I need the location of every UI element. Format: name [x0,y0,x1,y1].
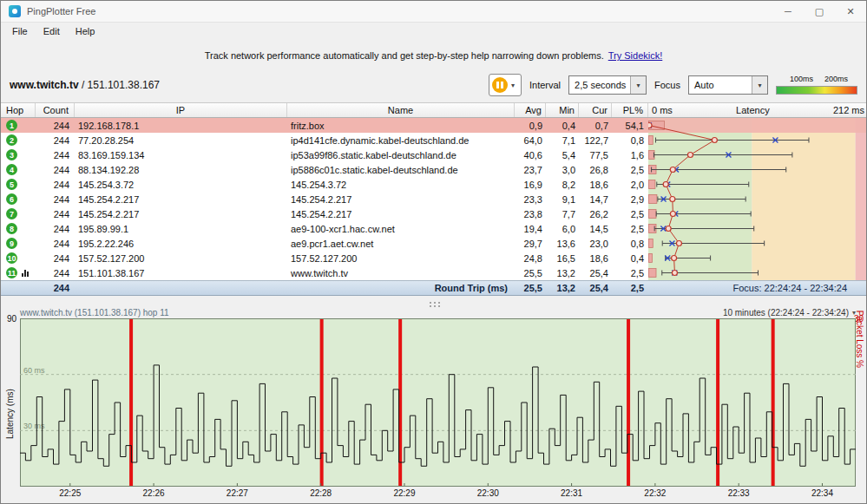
timeline-plot[interactable]: 30 ms60 ms [20,318,856,487]
menu-file[interactable]: File [4,24,36,38]
latency-max-label: 212 ms [833,105,864,115]
header-min[interactable]: Min [546,103,579,117]
cell-min: 6,0 [546,221,579,236]
cell-avg: 40,6 [515,147,546,162]
target-bar: www.twitch.tv / 151.101.38.167 ▾ Interva… [1,70,866,100]
cell-cur: 14,7 [579,192,612,206]
focus-label: Focus [654,80,680,90]
maximize-button[interactable]: ▢ [804,1,835,22]
minimize-button[interactable]: ─ [772,1,804,22]
header-name[interactable]: Name [287,103,515,117]
header-ip[interactable]: IP [75,103,287,117]
cell-ip: 88.134.192.28 [75,162,287,177]
rt-count: 244 [36,281,75,295]
cell-name: fritz.box [287,118,515,133]
cell-ip: 192.168.178.1 [75,118,287,133]
header-hop[interactable]: Hop [1,103,36,117]
close-button[interactable]: ✕ [835,1,866,22]
cell-cur: 18,6 [579,177,612,192]
cell-pl: 2,5 [612,162,648,177]
cell-name: 145.254.2.217 [287,192,515,206]
cell-count: 244 [36,118,75,133]
table-row[interactable]: 11244151.101.38.167www.twitch.tv25,513,2… [1,265,648,280]
table-row[interactable]: 424488.134.192.28ip5886c01c.static.kabel… [1,162,648,177]
title-bar: PingPlotter Free ─ ▢ ✕ [1,1,866,23]
try-sidekick-link[interactable]: Try Sidekick! [608,50,663,61]
header-latency: 0 ms Latency 212 ms [648,103,867,117]
hop-badge: 1 [6,120,17,131]
cell-avg: 24,8 [515,251,546,265]
cell-name: ip5886c01c.static.kabel-deutschland.de [287,162,515,177]
menu-bar: File Edit Help [1,22,866,41]
interval-select[interactable]: 2,5 seconds ▾ [568,75,647,95]
hop-badge: 6 [6,193,17,205]
table-row[interactable]: 1244192.168.178.1fritz.box0,90,40,754,1 [1,118,648,133]
rt-hop-cell [1,281,36,295]
cell-avg: 23,3 [515,192,546,206]
x-axis-label: 22:28 [305,488,337,498]
header-avg[interactable]: Avg [515,103,546,117]
hop-badge: 2 [6,134,17,146]
focus-select[interactable]: Auto ▾ [688,75,768,95]
chevron-down-icon[interactable]: ▾ [508,82,518,89]
x-axis-label: 22:27 [221,488,253,498]
cell-min: 9,1 [546,192,579,206]
pingplotter-window: PingPlotter Free ─ ▢ ✕ File Edit Help Tr… [0,0,867,504]
x-axis-label: 22:29 [389,488,420,498]
header-pl[interactable]: PL% [612,103,648,117]
rt-ip-cell [75,281,287,295]
cell-ip: 77.20.28.254 [75,133,287,147]
hop-badge: 7 [6,208,17,219]
cell-pl: 2,5 [612,265,648,280]
cell-hop: 4 [1,162,36,177]
table-row[interactable]: 224477.20.28.254ip4d141cfe.dynamic.kabel… [1,133,648,147]
window-title: PingPlotter Free [27,6,95,16]
focus-range-label[interactable]: Focus: 22:24:24 - 22:34:24 [648,283,867,293]
interval-value: 2,5 seconds [569,80,630,90]
rt-min: 13,2 [546,281,579,295]
graph-indicator-icon [22,270,29,277]
cell-cur: 23,0 [579,236,612,251]
focus-value: Auto [689,80,752,90]
cell-hop: 10 [1,251,36,265]
cell-name: ip4d141cfe.dynamic.kabel-deutschland.de [287,133,515,147]
cell-pl: 0,8 [612,236,648,251]
menu-help[interactable]: Help [68,24,103,38]
cell-ip: 145.254.2.217 [75,192,287,206]
cell-cur: 26,8 [579,162,612,177]
table-row[interactable]: 10244157.52.127.200157.52.127.20024,816,… [1,251,648,265]
cell-hop: 5 [1,177,36,192]
rt-pl: 2,5 [612,281,648,295]
table-row[interactable]: 5244145.254.3.72145.254.3.7216,98,218,62… [1,177,648,192]
cell-hop: 2 [1,133,36,147]
rt-cur: 25,4 [579,281,612,295]
table-row[interactable]: 324483.169.159.134ip53a99f86.static.kabe… [1,147,648,162]
cell-ip: 195.89.99.1 [75,221,287,236]
promo-banner: Track network performance automatically … [1,44,866,67]
header-cur[interactable]: Cur [579,103,612,117]
rt-avg: 25,5 [515,281,546,295]
cell-ip: 151.101.38.167 [75,265,287,280]
cell-cur: 77,5 [579,147,612,162]
table-row[interactable]: 6244145.254.2.217145.254.2.21723,39,114,… [1,192,648,206]
pause-resume-control[interactable]: ▾ [489,74,522,96]
cell-hop: 11 [1,265,36,280]
table-row[interactable]: 8244195.89.99.1ae9-100-xcr1.hac.cw.net19… [1,221,648,236]
cell-pl: 2,9 [612,192,648,206]
table-row[interactable]: 9244195.2.22.246ae9.pcr1.aet.cw.net29,71… [1,236,648,251]
timeline-svg: 30 ms60 ms [20,318,856,487]
timeline-target-label[interactable]: www.twitch.tv (151.101.38.167) hop 11 [20,308,169,317]
timeline-range-label: 10 minutes (22:24:24 - 22:34:24) [723,308,849,317]
promo-text: Track network performance automatically … [205,50,604,61]
menu-edit[interactable]: Edit [36,24,68,38]
cell-avg: 23,7 [515,162,546,177]
timeline-range-select[interactable]: 10 minutes (22:24:24 - 22:34:24) ▾ [723,308,856,317]
target-ip: 151.101.38.167 [88,79,160,91]
cell-name: ip53a99f86.static.kabel-deutschland.de [287,147,515,162]
cell-count: 244 [36,265,75,280]
cell-hop: 7 [1,206,36,221]
pause-icon [492,77,508,93]
table-row[interactable]: 7244145.254.2.217145.254.2.21723,87,726,… [1,206,648,221]
header-count[interactable]: Count [36,103,75,117]
cell-name: 145.254.2.217 [287,206,515,221]
